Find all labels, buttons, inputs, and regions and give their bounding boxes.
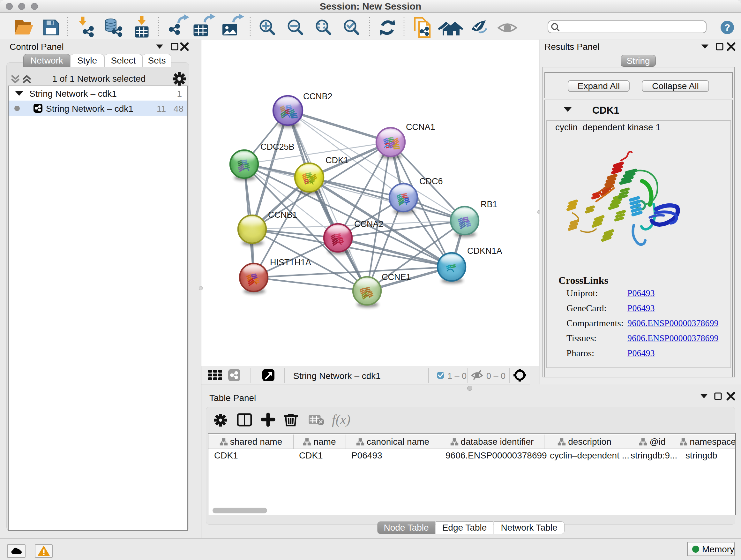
svg-text:RB1: RB1 (481, 199, 497, 209)
svg-text:CCNB2: CCNB2 (303, 91, 333, 101)
svg-text:CDC25B: CDC25B (260, 142, 294, 152)
svg-text:CCNA1: CCNA1 (406, 122, 435, 132)
svg-text:f(x): f(x) (332, 412, 350, 427)
svg-text:CDKN1A: CDKN1A (467, 246, 502, 256)
svg-text:CCNE1: CCNE1 (382, 272, 411, 282)
svg-text:HIST1H1A: HIST1H1A (270, 258, 311, 267)
svg-text:CCNA2: CCNA2 (354, 219, 384, 229)
svg-text:CCNB1: CCNB1 (268, 210, 297, 220)
svg-text:CDC6: CDC6 (419, 177, 443, 186)
svg-text:CDK1: CDK1 (326, 155, 348, 165)
